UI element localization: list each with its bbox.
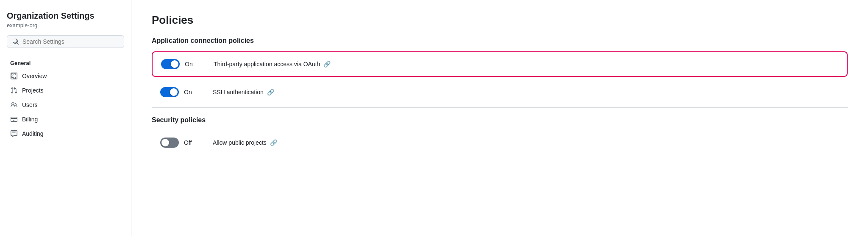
sidebar-item-users[interactable]: Users (7, 98, 124, 112)
sidebar-item-projects[interactable]: Projects (7, 83, 124, 98)
ssh-toggle-label: On (184, 89, 196, 96)
public-projects-toggle[interactable] (160, 138, 179, 148)
security-title: Security policies (152, 116, 848, 124)
search-box[interactable] (7, 35, 124, 48)
app-connection-section: Application connection policies On Third… (152, 37, 848, 104)
sidebar-title: Organization Settings (7, 10, 124, 21)
oauth-toggle[interactable] (161, 59, 180, 69)
public-projects-toggle-label: Off (184, 139, 196, 146)
nav-section-label: General (7, 56, 124, 68)
main-content: Policies Application connection policies… (131, 0, 868, 236)
oauth-policy-item: On Third-party application access via OA… (152, 51, 848, 77)
sidebar-item-auditing[interactable]: Auditing (7, 126, 124, 141)
oauth-toggle-group: On (161, 59, 203, 69)
sidebar-item-label-users: Users (22, 101, 38, 108)
search-icon (12, 38, 19, 45)
page-title: Policies (152, 14, 848, 27)
ssh-description: SSH authentication 🔗 (213, 89, 274, 96)
sidebar-item-label-projects: Projects (22, 87, 44, 94)
sidebar: Organization Settings example-org Genera… (0, 0, 131, 236)
ssh-toggle-group: On (160, 87, 203, 97)
public-projects-policy-item: Off Allow public projects 🔗 (152, 131, 848, 155)
billing-icon (10, 115, 18, 123)
public-projects-link-icon[interactable]: 🔗 (270, 139, 277, 146)
public-projects-toggle-group: Off (160, 138, 203, 148)
sidebar-item-label-overview: Overview (22, 73, 47, 79)
ssh-policy-item: On SSH authentication 🔗 (152, 80, 848, 104)
oauth-link-icon[interactable]: 🔗 (323, 61, 331, 67)
users-icon (10, 101, 18, 109)
sidebar-item-label-auditing: Auditing (22, 130, 44, 137)
projects-icon (10, 87, 18, 94)
section-divider (152, 107, 848, 108)
search-input[interactable] (22, 38, 119, 45)
ssh-toggle[interactable] (160, 87, 179, 97)
sidebar-item-billing[interactable]: Billing (7, 112, 124, 126)
oauth-description: Third-party application access via OAuth… (214, 61, 331, 67)
ssh-link-icon[interactable]: 🔗 (267, 89, 274, 96)
app-connection-title: Application connection policies (152, 37, 848, 45)
auditing-icon (10, 130, 18, 138)
security-section: Security policies Off Allow public proje… (152, 116, 848, 155)
sidebar-subtitle: example-org (7, 22, 124, 28)
oauth-toggle-label: On (185, 61, 197, 67)
public-projects-description: Allow public projects 🔗 (213, 139, 277, 146)
sidebar-item-overview[interactable]: Overview (7, 69, 124, 83)
overview-icon (10, 72, 18, 80)
sidebar-item-label-billing: Billing (22, 116, 38, 123)
